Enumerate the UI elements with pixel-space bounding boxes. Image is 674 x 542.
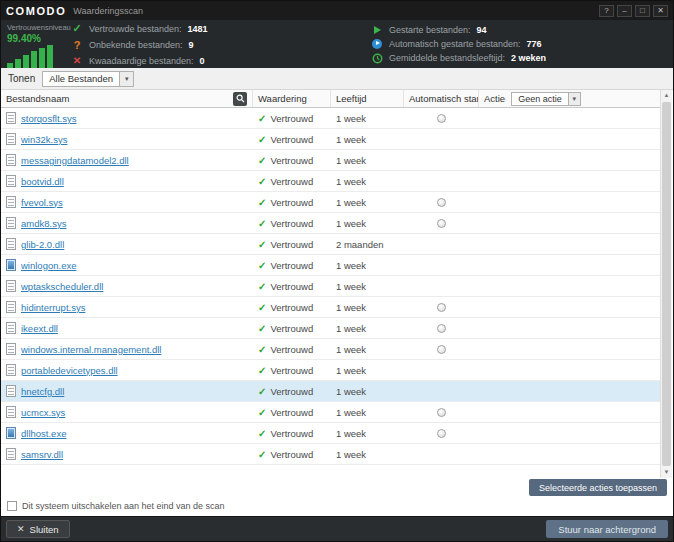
- table-row[interactable]: winlogon.exe✓Vertrouwd1 week: [1, 255, 660, 276]
- autostart-indicator: [437, 114, 446, 123]
- file-filter-dropdown[interactable]: Alle Bestanden ▾: [42, 71, 134, 87]
- file-icon: [6, 343, 16, 355]
- column-header-leeftijd[interactable]: Leeftijd: [331, 90, 404, 107]
- table-row[interactable]: glib-2.0.dll✓Vertrouwd2 maanden: [1, 234, 660, 255]
- window-controls: ? – □ ✕: [599, 5, 668, 17]
- scroll-up-icon[interactable]: ▲: [661, 90, 672, 101]
- table-row[interactable]: bootvid.dll✓Vertrouwd1 week: [1, 171, 660, 192]
- rating-label: Vertrouwd: [270, 134, 313, 145]
- column-header-waardering[interactable]: Waardering: [253, 90, 331, 107]
- file-name-link[interactable]: amdk8.sys: [21, 218, 66, 229]
- file-age: 1 week: [331, 176, 404, 187]
- close-button[interactable]: ✕ Sluiten: [6, 520, 70, 538]
- file-age: 1 week: [331, 155, 404, 166]
- file-age: 1 week: [331, 260, 404, 271]
- close-window-button[interactable]: ✕: [653, 5, 668, 17]
- table-row[interactable]: dllhost.exe✓Vertrouwd1 week: [1, 423, 660, 444]
- shutdown-checkbox[interactable]: [7, 501, 17, 511]
- column-label: Waardering: [258, 93, 307, 104]
- stats-panel: Vertrouwensniveau 99.40% ✓ Vertrouwde be…: [1, 20, 673, 68]
- play-icon: [371, 26, 383, 34]
- file-icon: [6, 301, 16, 313]
- vertical-scrollbar[interactable]: ▲ ▼: [660, 90, 672, 478]
- table-row[interactable]: amdk8.sys✓Vertrouwd1 week: [1, 213, 660, 234]
- column-label: Leeftijd: [336, 93, 367, 104]
- file-name-link[interactable]: samsrv.dll: [21, 449, 63, 460]
- file-name-link[interactable]: storqosflt.sys: [21, 113, 76, 124]
- table-row[interactable]: windows.internal.management.dll✓Vertrouw…: [1, 339, 660, 360]
- table-row[interactable]: storqosflt.sys✓Vertrouwd1 week: [1, 108, 660, 129]
- scrollbar-thumb[interactable]: [662, 102, 671, 466]
- trusted-check-icon: ✓: [258, 281, 266, 292]
- file-name-link[interactable]: hnetcfg.dll: [21, 386, 64, 397]
- file-name-link[interactable]: messagingdatamodel2.dll: [21, 155, 129, 166]
- table-row[interactable]: fvevol.sys✓Vertrouwd1 week: [1, 192, 660, 213]
- autostart-indicator: [437, 219, 446, 228]
- column-label: Automatisch star...: [409, 93, 479, 104]
- autostart-indicator: [437, 429, 446, 438]
- file-name-link[interactable]: dllhost.exe: [21, 428, 66, 439]
- file-icon: [6, 406, 16, 418]
- file-name-link[interactable]: glib-2.0.dll: [21, 239, 64, 250]
- autostart-indicator: [437, 198, 446, 207]
- file-name-link[interactable]: ucmcx.sys: [21, 407, 65, 418]
- file-age: 1 week: [331, 323, 404, 334]
- table-row[interactable]: ucmcx.sys✓Vertrouwd1 week: [1, 402, 660, 423]
- file-name-link[interactable]: hidinterrupt.sys: [21, 302, 85, 313]
- file-age: 1 week: [331, 344, 404, 355]
- trust-level-value: 99.40%: [7, 33, 61, 44]
- file-icon: [6, 133, 16, 145]
- search-icon[interactable]: [233, 92, 247, 106]
- comodo-logo: COMODO: [6, 5, 66, 17]
- file-age: 1 week: [331, 197, 404, 208]
- rating-label: Vertrouwd: [270, 239, 313, 250]
- rating-label: Vertrouwd: [270, 365, 313, 376]
- stat-value: 2 weken: [511, 53, 546, 63]
- file-icon: [6, 385, 16, 397]
- file-name-link[interactable]: wptaskscheduler.dll: [21, 281, 103, 292]
- maximize-button[interactable]: □: [635, 5, 650, 17]
- chevron-down-icon: ▾: [568, 93, 580, 105]
- file-icon: [6, 448, 16, 460]
- table-row[interactable]: hnetcfg.dll✓Vertrouwd1 week: [1, 381, 660, 402]
- apply-selected-actions-button[interactable]: Selecteerde acties toepassen: [529, 479, 667, 496]
- trusted-check-icon: ✓: [258, 449, 266, 460]
- stat-label: Vertrouwde bestanden:: [89, 24, 182, 34]
- trusted-check-icon: ✓: [258, 428, 266, 439]
- help-button[interactable]: ?: [599, 5, 614, 17]
- stat-label: Gestarte bestanden:: [389, 25, 471, 35]
- rating-label: Vertrouwd: [270, 302, 313, 313]
- filter-toolbar: Tonen Alle Bestanden ▾: [1, 68, 673, 90]
- table-row[interactable]: messagingdatamodel2.dll✓Vertrouwd1 week: [1, 150, 660, 171]
- file-name-link[interactable]: win32k.sys: [21, 134, 67, 145]
- column-label: Bestandsnaam: [6, 93, 69, 104]
- file-name-link[interactable]: winlogon.exe: [21, 260, 76, 271]
- shutdown-checkbox-label: Dit systeem uitschakelen aan het eind va…: [22, 501, 225, 511]
- rating-label: Vertrouwd: [270, 344, 313, 355]
- stat-value: 9: [189, 40, 194, 50]
- action-dropdown[interactable]: Geen actie ▾: [511, 92, 581, 106]
- stat-value: 0: [200, 56, 205, 66]
- file-name-link[interactable]: fvevol.sys: [21, 197, 63, 208]
- file-name-link[interactable]: portabledevicetypes.dll: [21, 365, 118, 376]
- table-row[interactable]: win32k.sys✓Vertrouwd1 week: [1, 129, 660, 150]
- table-row[interactable]: wptaskscheduler.dll✓Vertrouwd1 week: [1, 276, 660, 297]
- scroll-down-icon[interactable]: ▼: [661, 467, 672, 478]
- file-name-link[interactable]: ikeext.dll: [21, 323, 58, 334]
- column-header-automatisch[interactable]: Automatisch star...: [404, 90, 479, 107]
- table-row[interactable]: hidinterrupt.sys✓Vertrouwd1 week: [1, 297, 660, 318]
- column-header-bestandsnaam[interactable]: Bestandsnaam: [1, 90, 253, 107]
- table-row[interactable]: samsrv.dll✓Vertrouwd1 week: [1, 444, 660, 465]
- minimize-button[interactable]: –: [617, 5, 632, 17]
- question-icon: ?: [71, 39, 83, 51]
- trusted-check-icon: ✓: [258, 176, 266, 187]
- file-name-link[interactable]: bootvid.dll: [21, 176, 64, 187]
- table-row[interactable]: ikeext.dll✓Vertrouwd1 week: [1, 318, 660, 339]
- table-row[interactable]: portabledevicetypes.dll✓Vertrouwd1 week: [1, 360, 660, 381]
- comodo-rating-scan-window: COMODO Waarderingsscan ? – □ ✕ Vertrouwe…: [0, 0, 674, 542]
- file-icon: [6, 364, 16, 376]
- file-icon: [6, 196, 16, 208]
- send-to-background-button[interactable]: Stuur naar achtergrond: [546, 520, 668, 538]
- file-name-link[interactable]: windows.internal.management.dll: [21, 344, 161, 355]
- file-age: 1 week: [331, 428, 404, 439]
